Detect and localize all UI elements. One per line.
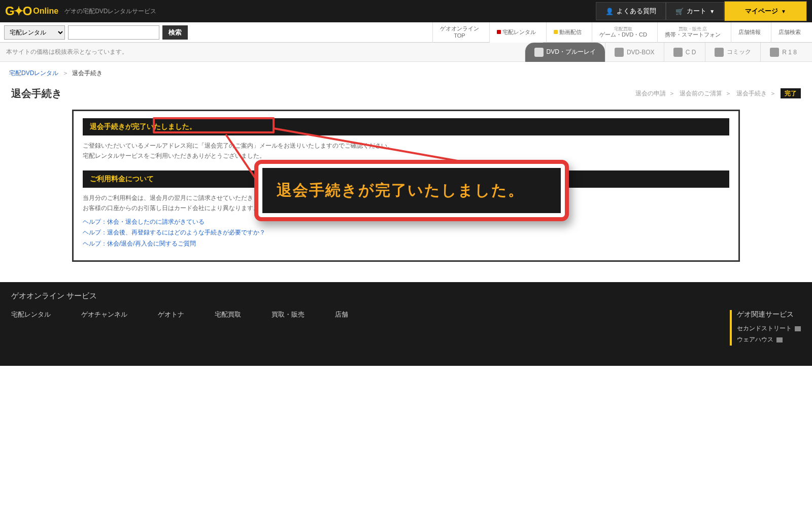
step-done: 完了 (781, 88, 801, 98)
disc-icon (534, 48, 544, 57)
content-box: 退会手続きが完了いたしました。 ご登録いただいているメールアドレス宛に「退会完了… (72, 110, 740, 262)
subnav-label: DVD・ブルーレイ (547, 48, 596, 56)
nav-tab-small: 宅配買取 (614, 26, 632, 32)
nav-tab-rental[interactable]: 宅配レンタル (489, 22, 543, 43)
footer-related-title: ゲオ関連サービス (737, 310, 801, 319)
footer-link[interactable]: 買取・販売 (272, 310, 304, 319)
nav-tab-label: 店舗検索 (779, 29, 801, 36)
nav-tab-label: TOP (454, 32, 465, 39)
faq-label: よくある質問 (617, 7, 656, 16)
footer-link[interactable]: 宅配レンタル (11, 310, 51, 319)
breadcrumb-sep: ＞ (62, 70, 69, 77)
chevron-down-icon: ▼ (709, 9, 715, 14)
accent-icon (497, 30, 501, 34)
faq-icon: 👤 (605, 8, 614, 15)
text-line: お客様の口座からのお引落し日はカード会社により異なります。 (83, 204, 259, 212)
nav-tab-storeinfo[interactable]: 店舗情報 (731, 22, 768, 43)
subnav-comic[interactable]: コミック (705, 43, 760, 62)
nav-tab-label: 宅配レンタル (497, 29, 536, 36)
nav-tab-top[interactable]: ゲオオンライン TOP (432, 22, 486, 43)
nav-tab-label: ゲオオンライン (440, 25, 479, 32)
nav-tab-mobile[interactable]: 買取・販売 店 携帯・スマートフォン (657, 22, 728, 43)
breadcrumb: 宅配DVDレンタル ＞ 退会手続き (0, 62, 812, 82)
r18-icon (770, 48, 779, 57)
box-icon (615, 48, 624, 57)
footer-link[interactable]: 店舗 (335, 310, 348, 319)
logo[interactable]: G✦O Online (5, 4, 58, 18)
footer-link[interactable]: ゲオトナ (158, 310, 184, 319)
nav-tab-game[interactable]: 宅配買取 ゲーム・DVD・CD (592, 22, 654, 43)
subnav-row: 本サイトの価格は税抜表示となっています。 DVD・ブルーレイ DVD-BOX C… (0, 43, 812, 62)
fee-bar: ご利用料金について (83, 170, 729, 188)
text-line: ご登録いただいているメールアドレス宛に「退会完了のご案内」メールをお送りいたしま… (83, 142, 393, 149)
page-title: 退会手続き (11, 87, 62, 100)
completion-bar: 退会手続きが完了いたしました。 (83, 118, 729, 135)
nav-tab-label: ゲーム・DVD・CD (599, 31, 647, 38)
help-link[interactable]: ヘルプ：退会後、再登録するにはどのような手続きが必要ですか？ (83, 227, 729, 238)
step-item: 退会の申請 (635, 90, 666, 97)
link-label: セカンドストリート (737, 323, 792, 334)
mypage-label: マイページ (745, 7, 778, 16)
search-input[interactable] (68, 25, 159, 40)
price-notice: 本サイトの価格は税抜表示となっています。 (6, 48, 128, 56)
fee-text: 当月分のご利用料金は、退会月の翌月にご請求させていただきます。 お客様の口座から… (83, 193, 729, 214)
music-icon (673, 48, 683, 57)
footer-link[interactable]: ゲオチャンネル (81, 310, 127, 319)
nav-tab-label: 店舗情報 (738, 29, 761, 36)
step-item: 退会前のご清算 (680, 90, 722, 97)
cart-button[interactable]: 🛒 カート ▼ (666, 2, 724, 20)
nav-tab-video[interactable]: 動画配信 (546, 22, 589, 43)
search-button[interactable]: 検索 (162, 25, 188, 40)
category-select[interactable]: 宅配レンタル (4, 25, 65, 40)
nav-tab-label: 動画配信 (554, 29, 582, 36)
accent-icon (554, 30, 558, 34)
footer-related: ゲオ関連サービス セカンドストリート ウェアハウス (730, 310, 801, 345)
logo-icon: G✦O (5, 4, 31, 18)
breadcrumb-current: 退会手続き (72, 70, 103, 77)
subnav-label: R 1 8 (782, 49, 797, 56)
nav-row: 宅配レンタル 検索 ゲオオンライン TOP 宅配レンタル 動画配信 宅配買取 ゲ… (0, 22, 812, 43)
text-line: 当月分のご利用料金は、退会月の翌月にご請求させていただきます。 (83, 194, 272, 201)
book-icon (715, 48, 724, 57)
breadcrumb-root[interactable]: 宅配DVDレンタル (9, 70, 58, 77)
external-icon (776, 337, 783, 342)
footer-columns: 宅配レンタル ゲオチャンネル ゲオトナ 宅配買取 買取・販売 店舗 ゲオ関連サー… (11, 310, 801, 345)
link-label: ウェアハウス (737, 334, 773, 346)
footer: ゲオオンライン サービス 宅配レンタル ゲオチャンネル ゲオトナ 宅配買取 買取… (0, 282, 812, 365)
nav-tab-storesearch[interactable]: 店舗検索 (771, 22, 808, 43)
completion-text: ご登録いただいているメールアドレス宛に「退会完了のご案内」メールをお送りいたしま… (83, 141, 729, 161)
subnav-label: コミック (727, 48, 751, 56)
subnav-cd[interactable]: C D (664, 43, 705, 62)
cart-icon: 🛒 (675, 8, 684, 15)
page-header: 退会手続き 退会の申請＞ 退会前のご清算＞ 退会手続き＞ 完了 (11, 87, 801, 100)
subnav-dvdbox[interactable]: DVD-BOX (605, 43, 664, 62)
text-line: 宅配レンタルサービスをご利用いただきありがとうございました。 (83, 152, 265, 159)
tagline: ゲオの宅配DVDレンタルサービス (64, 7, 156, 16)
chevron-down-icon: ▼ (781, 9, 786, 14)
external-icon (795, 326, 801, 331)
subnav-dvd[interactable]: DVD・ブルーレイ (525, 43, 605, 62)
logo-text: Online (33, 7, 58, 16)
footer-related-link[interactable]: ウェアハウス (737, 334, 801, 346)
cart-label: カート (687, 7, 706, 16)
footer-link[interactable]: 宅配買取 (215, 310, 241, 319)
help-link[interactable]: ヘルプ：休会/退会/再入会に関するご質問 (83, 238, 729, 250)
nav-tab-small: 買取・販売 店 (679, 26, 707, 32)
step-crumbs: 退会の申請＞ 退会前のご清算＞ 退会手続き＞ 完了 (635, 89, 801, 98)
nav-tab-label: 携帯・スマートフォン (665, 31, 721, 38)
footer-related-link[interactable]: セカンドストリート (737, 323, 801, 334)
step-item: 退会手続き (736, 90, 767, 97)
subnav-label: C D (686, 49, 696, 56)
subnav-label: DVD-BOX (627, 49, 655, 56)
footer-title: ゲオオンライン サービス (11, 291, 801, 301)
mypage-button[interactable]: マイページ ▼ (724, 1, 807, 21)
header-top: G✦O Online ゲオの宅配DVDレンタルサービス 👤 よくある質問 🛒 カ… (0, 0, 812, 22)
faq-button[interactable]: 👤 よくある質問 (596, 2, 666, 20)
subnav-r18[interactable]: R 1 8 (760, 43, 806, 62)
main-content: 退会手続き 退会の申請＞ 退会前のご清算＞ 退会手続き＞ 完了 退会手続きが完了… (0, 82, 812, 282)
help-link[interactable]: ヘルプ：休会・退会したのに請求がきている (83, 217, 729, 228)
